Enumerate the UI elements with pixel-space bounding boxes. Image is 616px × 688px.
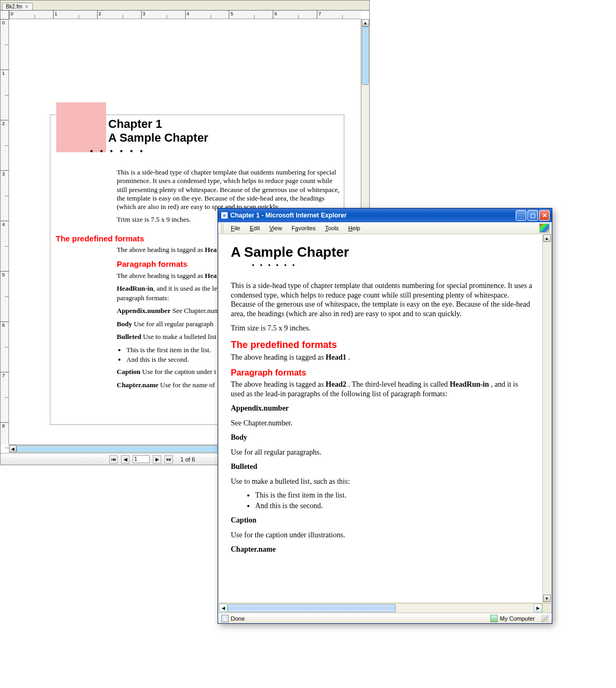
list-item: This is the first item in the list. — [255, 491, 533, 500]
ruler-tick: 2 — [99, 11, 101, 16]
ruler-tick: 2 — [2, 121, 5, 126]
heading-head1: The predefined formats — [231, 339, 533, 351]
anchored-graphic[interactable] — [56, 102, 106, 152]
scrollbar-thumb[interactable] — [362, 27, 369, 85]
horizontal-scrollbar[interactable]: ◀ ▶ — [218, 603, 552, 613]
menu-tools[interactable]: Tools — [321, 224, 343, 232]
window-title: Chapter 1 - Microsoft Internet Explorer — [230, 212, 516, 219]
menu-favorites[interactable]: Favorites — [287, 224, 319, 232]
ie-app-icon: e — [221, 212, 228, 219]
ruler-tick: 7 — [2, 373, 5, 378]
menu-file[interactable]: File — [227, 224, 245, 232]
close-button[interactable]: ✕ — [539, 210, 550, 221]
ruler-tick: 3 — [143, 11, 145, 16]
body-paragraph: The above heading is tagged as Head1 . — [231, 353, 533, 362]
scroll-right-icon[interactable]: ▶ — [534, 604, 542, 612]
ruler-tick: 1 — [2, 71, 5, 76]
body-paragraph: Trim size is 7.5 x 9 inches. — [231, 324, 533, 333]
first-page-button[interactable]: ⏮ — [109, 455, 118, 464]
security-zone[interactable]: My Computer — [490, 615, 549, 622]
run-in-heading: Body — [231, 433, 533, 442]
ruler-tick: 1 — [55, 11, 57, 16]
scrollbar-thumb[interactable] — [228, 604, 396, 612]
decorative-dots: • • • • • • — [90, 147, 341, 155]
body-paragraph: See Chapter.number. — [231, 419, 533, 428]
body-paragraph: Use for all regular paragraphs. — [231, 448, 533, 457]
scrollbar-track[interactable] — [543, 242, 551, 595]
menu-edit[interactable]: Edit — [246, 224, 264, 232]
ruler-tick: 8 — [2, 423, 5, 429]
vertical-scrollbar[interactable]: ▲ ▼ — [542, 234, 551, 602]
list-item: And this is the second. — [255, 502, 533, 510]
ruler-tick: 5 — [2, 272, 5, 277]
chapter-title: A Sample Chapter — [108, 131, 341, 145]
status-text: Done — [231, 615, 245, 622]
rebar-grip-icon[interactable] — [221, 223, 224, 233]
scroll-up-icon[interactable]: ▲ — [543, 234, 551, 242]
vertical-ruler[interactable]: 0 1 2 3 4 5 6 7 8 — [1, 11, 9, 445]
ruler-tick: 5 — [230, 11, 233, 16]
run-in-heading: Appendix.number — [231, 404, 533, 413]
ruler-tick: 4 — [187, 11, 189, 16]
side-heading-head1: The predefined formats — [56, 234, 144, 244]
titlebar[interactable]: e Chapter 1 - Microsoft Internet Explore… — [218, 208, 552, 222]
ruler-tick: 0 — [11, 11, 13, 16]
page-title: A Sample Chapter — [231, 244, 533, 260]
maximize-button[interactable]: ▢ — [527, 210, 538, 221]
body-paragraph: This is a side-head type of chapter temp… — [117, 168, 340, 211]
run-in-heading: Chapter.name — [231, 545, 533, 554]
menubar: File Edit View Favorites Tools Help — [218, 222, 552, 234]
scroll-left-icon[interactable]: ◀ — [9, 445, 16, 452]
run-in-heading: Bulleted — [231, 462, 533, 472]
menu-view[interactable]: View — [265, 224, 287, 232]
last-page-button[interactable]: ⏭ — [164, 455, 173, 464]
resize-grip-icon[interactable] — [541, 615, 549, 622]
my-computer-icon — [490, 615, 498, 622]
chapter-number: Chapter 1 — [108, 117, 341, 131]
close-icon[interactable]: × — [25, 4, 28, 10]
body-paragraph: Use for the caption under illustrations. — [231, 530, 533, 540]
document-tab-label: Bk2.fm — [6, 4, 22, 10]
next-page-button[interactable]: ▶ — [153, 455, 161, 464]
scroll-left-icon[interactable]: ◀ — [219, 604, 228, 612]
browser-viewport: A Sample Chapter • • • • • • This is a s… — [218, 234, 552, 603]
ruler-tick: 0 — [2, 20, 5, 25]
document-tab[interactable]: Bk2.fm × — [2, 3, 33, 10]
zone-label: My Computer — [500, 615, 535, 622]
throbber-icon — [539, 223, 550, 233]
ruler-tick: 3 — [2, 171, 5, 177]
document-icon: 📄 — [221, 615, 229, 622]
statusbar: 📄 Done My Computer — [218, 613, 552, 623]
body-paragraph: This is a side-head type of chapter temp… — [231, 281, 533, 318]
horizontal-ruler[interactable]: 0 1 2 3 4 5 6 7 — [9, 11, 361, 19]
scroll-up-icon[interactable]: ▲ — [362, 19, 369, 27]
page-count-label: 1 of 6 — [180, 456, 195, 463]
minimize-button[interactable]: _ — [516, 210, 526, 221]
scroll-down-icon[interactable]: ▼ — [543, 595, 551, 602]
run-in-heading: Caption — [231, 516, 533, 525]
decorative-dots: • • • • • • — [252, 262, 533, 269]
prev-page-button[interactable]: ◀ — [121, 455, 129, 464]
internet-explorer-window: e Chapter 1 - Microsoft Internet Explore… — [218, 208, 552, 624]
html-document[interactable]: A Sample Chapter • • • • • • This is a s… — [219, 234, 542, 602]
body-paragraph: Use to make a bulleted list, such as thi… — [231, 477, 533, 486]
scrollbar-corner — [542, 604, 551, 613]
ruler-tick: 4 — [2, 222, 5, 227]
body-paragraph: The above heading is tagged as Head2 . T… — [231, 380, 533, 398]
document-tabbar: Bk2.fm × — [1, 1, 369, 10]
ruler-tick: 7 — [318, 11, 321, 16]
ruler-tick: 6 — [2, 323, 5, 328]
menu-help[interactable]: Help — [344, 224, 365, 232]
scrollbar-track[interactable] — [228, 604, 534, 613]
page-number-input[interactable] — [133, 455, 150, 463]
heading-head2: Paragraph formats — [231, 368, 533, 378]
ruler-tick: 6 — [274, 11, 277, 16]
